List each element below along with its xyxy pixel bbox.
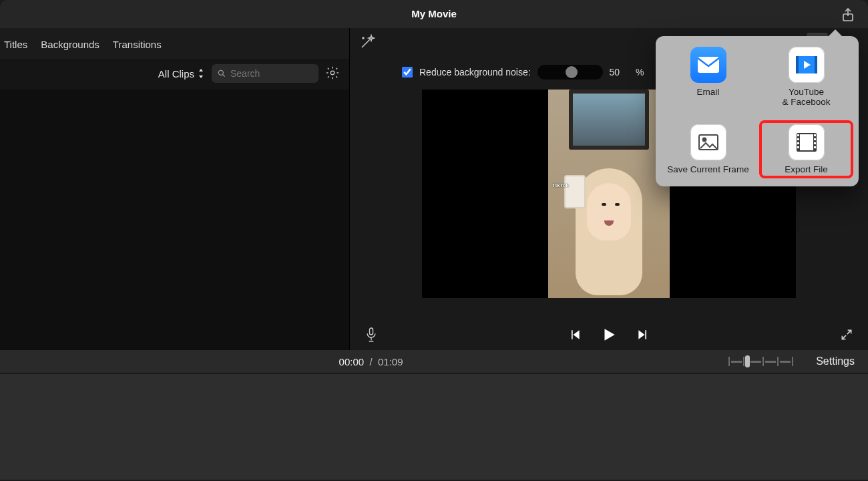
svg-rect-10 [698,57,719,73]
svg-rect-9 [370,328,373,335]
svg-point-16 [702,138,706,142]
media-tabs: Titles Backgrounds Transitions [0,28,349,59]
tab-transitions[interactable]: Transitions [113,39,162,50]
video-eye [602,203,606,206]
share-button[interactable] [840,7,856,23]
fullscreen-button[interactable] [840,328,853,341]
share-popover: Email YouTube & Facebook Save Current Fr… [656,36,859,186]
svg-rect-25 [814,142,816,144]
tiktok-watermark: TikTok [552,183,569,188]
svg-rect-23 [814,134,816,136]
zoom-track [728,355,793,367]
search-input[interactable] [230,68,304,79]
video-share-icon [789,47,825,83]
preview-controls [350,319,868,350]
zoom-seg [780,361,791,363]
wand-icon [359,34,375,50]
titlebar: My Movie [0,0,868,28]
share-grid: Email YouTube & Facebook Save Current Fr… [662,44,852,177]
timeline[interactable] [0,373,868,480]
share-email[interactable]: Email [662,44,754,110]
noise-value: 50 [610,67,620,77]
image-icon [690,124,726,160]
skip-back-icon [568,328,582,341]
next-button[interactable] [636,328,650,341]
timeline-settings-button[interactable]: Settings [816,355,855,367]
media-panel: Titles Backgrounds Transitions All Clips [0,28,350,350]
zoom-seg [750,361,761,363]
filter-settings-button[interactable] [325,65,341,82]
svg-rect-26 [814,146,816,148]
microphone-icon [365,326,378,343]
skip-forward-icon [636,328,650,341]
updown-icon [197,69,205,78]
tab-backgrounds[interactable]: Backgrounds [41,39,99,50]
video-eye [615,203,620,206]
email-icon [690,47,726,83]
timecode: 00:00 / 01:09 [13,356,728,367]
clip-filter-select[interactable]: All Clips [158,68,205,79]
play-icon [600,326,618,343]
svg-rect-14 [815,56,817,73]
noise-label: Reduce background noise: [419,67,531,77]
zoom-tick [792,357,793,366]
filter-bar: All Clips [0,59,349,90]
search-box[interactable] [212,64,318,83]
play-button[interactable] [600,326,618,343]
zoom-seg [765,361,776,363]
voiceover-button[interactable] [365,326,378,343]
video-person-face [587,183,631,240]
share-export-file[interactable]: Export File [761,122,852,177]
svg-point-2 [331,71,335,75]
time-row: 00:00 / 01:09 Settings [0,350,868,373]
svg-rect-19 [797,134,799,136]
time-sep: / [370,356,373,367]
svg-rect-21 [797,142,799,144]
noise-slider[interactable] [537,65,603,79]
share-icon [840,7,856,23]
zoom-tick [777,357,779,366]
zoom-tick [763,357,764,366]
svg-rect-22 [797,146,799,148]
transport-controls [568,326,650,343]
svg-rect-20 [797,138,799,140]
media-browser-body [0,90,349,350]
gear-icon [325,65,340,80]
zoom-knob[interactable] [745,355,750,367]
share-youtube-facebook[interactable]: YouTube & Facebook [761,44,852,110]
video-held-card [564,175,586,208]
time-total: 01:09 [378,356,403,367]
zoom-seg [731,361,742,363]
search-icon [217,69,226,78]
film-icon [789,124,825,160]
share-save-frame-label: Save Current Frame [667,164,748,174]
share-save-frame[interactable]: Save Current Frame [662,122,754,177]
noise-checkbox[interactable] [402,67,413,77]
prev-button[interactable] [568,328,582,341]
zoom-tick [728,357,730,366]
share-export-file-label: Export File [785,164,828,174]
tab-titles[interactable]: Titles [4,39,27,50]
video-content: TikTok [548,90,670,298]
noise-slider-knob[interactable] [566,66,578,78]
auto-enhance-button[interactable] [359,34,378,53]
time-current: 00:00 [339,356,365,367]
svg-rect-24 [814,138,816,140]
svg-rect-13 [796,56,799,73]
svg-rect-18 [800,134,813,150]
zoom-tick [743,357,744,366]
share-email-label: Email [697,87,720,97]
expand-icon [840,328,853,341]
video-bg-window [569,90,649,150]
svg-point-1 [218,70,223,75]
noise-unit: % [636,67,644,77]
app-window: My Movie Titles Backgrounds Transitions … [0,0,868,481]
project-title: My Movie [411,8,457,19]
clip-filter-label: All Clips [158,68,194,79]
svg-point-3 [363,37,364,39]
share-youtube-label: YouTube & Facebook [782,87,830,107]
timeline-zoom[interactable]: Settings [728,355,855,367]
